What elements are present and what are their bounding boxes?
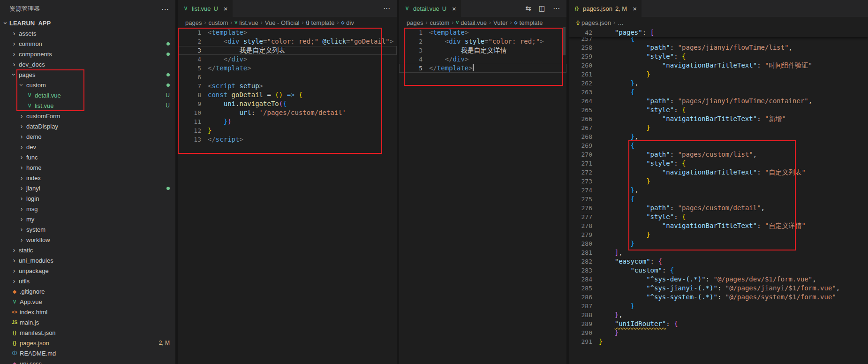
tree-folder-system[interactable]: ›system <box>0 224 175 235</box>
code-line-7[interactable]: 7<script setup> <box>178 82 397 91</box>
tree-folder-custom[interactable]: ›custom <box>0 80 175 90</box>
tree-folder-uni_modules[interactable]: ›uni_modules <box>0 255 175 265</box>
project-root-row[interactable]: › LEARUN_APP <box>0 18 175 28</box>
code-line-274[interactable]: 274 }, <box>569 186 868 195</box>
code-line-282[interactable]: 282 "easycom": { <box>569 257 868 266</box>
close-tab-icon[interactable]: × <box>633 5 637 12</box>
breadcrumb-item[interactable]: template <box>520 19 543 26</box>
tree-file-App.vue[interactable]: VApp.vue <box>0 296 175 307</box>
tree-folder-index[interactable]: ›index <box>0 173 175 183</box>
tree-file-README.md[interactable]: ⓘREADME.md <box>0 348 175 358</box>
tree-file-manifest.json[interactable]: {}manifest.json <box>0 327 175 338</box>
code-line-291[interactable]: 291} <box>569 337 868 346</box>
code-line-269[interactable]: 269 { <box>569 141 868 150</box>
tree-folder-workflow[interactable]: ›workflow <box>0 235 175 245</box>
tree-folder-func[interactable]: ›func <box>0 152 175 162</box>
tree-folder-dev[interactable]: ›dev <box>0 142 175 152</box>
tree-folder-my[interactable]: ›my <box>0 214 175 224</box>
code-line-264[interactable]: 264 "path": "pages/jianyi/flowTime/conta… <box>569 97 868 106</box>
tab-detail.vue[interactable]: Vdetail.vueU× <box>399 0 461 17</box>
code-line-260[interactable]: 260 "navigationBarTitleText": "时间组件验证" <box>569 61 868 70</box>
more-actions-icon[interactable]: ⋯ <box>161 5 169 14</box>
tree-folder-pages[interactable]: ›pages <box>0 69 175 80</box>
tab-list.vue[interactable]: Vlist.vueU× <box>178 0 233 17</box>
tree-file-list.vue[interactable]: Vlist.vueU <box>0 100 175 111</box>
changes-icon[interactable]: ⇆ <box>525 4 531 13</box>
code-line-261[interactable]: 261 } <box>569 70 868 79</box>
code-line-278[interactable]: 278 "navigationBarTitleText": "自定义详情" <box>569 221 868 230</box>
code-line-275[interactable]: 275 { <box>569 195 868 204</box>
tree-file-main.js[interactable]: JSmain.js <box>0 317 175 327</box>
code-line-279[interactable]: 279 } <box>569 230 868 239</box>
tree-folder-jianyi[interactable]: ›jianyi <box>0 183 175 193</box>
more-icon[interactable]: ⋯ <box>553 4 560 13</box>
breadcrumb-item[interactable]: div <box>346 19 354 26</box>
tree-file-detail.vue[interactable]: Vdetail.vueU <box>0 90 175 100</box>
tree-folder-common[interactable]: ›common <box>0 38 175 49</box>
tree-folder-msg[interactable]: ›msg <box>0 204 175 214</box>
scrollbar-thumb[interactable] <box>563 27 566 55</box>
tree-folder-customForm[interactable]: ›customForm <box>0 111 175 121</box>
code-line-3[interactable]: 3 我是自定义列表 <box>178 46 397 55</box>
code-line-281[interactable]: 281 ], <box>569 248 868 257</box>
code-line-6[interactable]: 6 <box>178 73 397 82</box>
tree-folder-components[interactable]: ›components <box>0 49 175 59</box>
tree-folder-unpackage[interactable]: ›unpackage <box>0 265 175 276</box>
breadcrumb-item[interactable]: list.vue <box>239 19 258 26</box>
code-line-263[interactable]: 263 { <box>569 88 868 97</box>
code-line-262[interactable]: 262 }, <box>569 79 868 88</box>
tree-folder-login[interactable]: ›login <box>0 193 175 204</box>
breadcrumb-item[interactable]: Vuter <box>493 19 508 26</box>
close-tab-icon[interactable]: × <box>452 5 456 12</box>
code-line-286[interactable]: 286 "^sys-system-(.*)": "@/pages/system/… <box>569 293 868 302</box>
code-line-3[interactable]: 3 我是自定义详情 <box>399 46 566 55</box>
sticky-scroll-line-42[interactable]: 42 "pages": [ <box>569 28 868 37</box>
code-line-8[interactable]: 8const goDetail = () => { <box>178 91 397 99</box>
code-line-10[interactable]: 10 url: '/pages/custom/detail' <box>178 108 397 117</box>
more-icon[interactable]: ⋯ <box>383 4 390 13</box>
code-line-280[interactable]: 280 } <box>569 239 868 248</box>
code-line-284[interactable]: 284 "^sys-dev-(.*)": "@/pages/dev/$1/for… <box>569 275 868 284</box>
code-line-258[interactable]: 258 "path": "pages/jianyi/flowTime/list"… <box>569 43 868 52</box>
tab-pages.json[interactable]: {}pages.json2, M× <box>569 0 642 17</box>
code-editor[interactable]: 1<template>2 <div style="color: red;">3 … <box>399 28 566 364</box>
code-line-1[interactable]: 1<template> <box>399 28 566 37</box>
code-line-266[interactable]: 266 "navigationBarTitleText": "新增" <box>569 114 868 123</box>
tree-file-uni.scss[interactable]: ◈uni.scss <box>0 358 175 364</box>
tree-folder-dataDisplay[interactable]: ›dataDisplay <box>0 121 175 131</box>
tree-file-index.html[interactable]: <>index.html <box>0 307 175 317</box>
tree-folder-dev_docs[interactable]: ›dev_docs <box>0 59 175 69</box>
tree-folder-demo[interactable]: ›demo <box>0 131 175 142</box>
code-line-285[interactable]: 285 "^sys-jianyi-(.*)": "@/pages/jianyi/… <box>569 284 868 293</box>
close-tab-icon[interactable]: × <box>224 5 228 12</box>
breadcrumb-item[interactable]: custom <box>208 19 228 26</box>
breadcrumb-item[interactable]: pages.json <box>581 19 611 26</box>
code-line-267[interactable]: 267 } <box>569 123 868 132</box>
split-icon[interactable]: ◫ <box>539 4 545 13</box>
tree-folder-static[interactable]: ›static <box>0 245 175 255</box>
code-line-283[interactable]: 283 "custom": { <box>569 266 868 275</box>
tree-folder-utils[interactable]: ›utils <box>0 276 175 286</box>
code-line-290[interactable]: 290 } <box>569 328 868 337</box>
code-line-11[interactable]: 11 }) <box>178 117 397 126</box>
breadcrumb-item[interactable]: pages <box>407 19 423 26</box>
code-line-2[interactable]: 2 <div style="color: red;" @click="goDet… <box>178 37 397 46</box>
tree-folder-home[interactable]: ›home <box>0 162 175 173</box>
code-line-5[interactable]: 5</template> <box>178 64 397 73</box>
breadcrumb-item[interactable]: … <box>618 19 624 26</box>
code-line-270[interactable]: 270 "path": "pages/custom/list", <box>569 150 868 159</box>
tree-folder-assets[interactable]: ›assets <box>0 28 175 38</box>
code-editor[interactable]: 42 "pages": [257 {258 "path": "pages/jia… <box>569 28 868 364</box>
code-line-265[interactable]: 265 "style": { <box>569 106 868 114</box>
code-line-4[interactable]: 4 </div> <box>399 55 566 64</box>
code-line-268[interactable]: 268 }, <box>569 132 868 141</box>
code-line-276[interactable]: 276 "path": "pages/custom/detail", <box>569 204 868 212</box>
code-line-272[interactable]: 272 "navigationBarTitleText": "自定义列表" <box>569 168 868 177</box>
code-line-5[interactable]: 5</template> <box>399 64 566 73</box>
breadcrumb-item[interactable]: Vue - Official <box>265 19 300 26</box>
code-line-277[interactable]: 277 "style": { <box>569 212 868 221</box>
code-line-2[interactable]: 2 <div style="color: red;"> <box>399 37 566 46</box>
code-editor[interactable]: 1<template>2 <div style="color: red;" @c… <box>178 28 397 364</box>
code-line-12[interactable]: 12} <box>178 126 397 135</box>
breadcrumb-item[interactable]: custom <box>430 19 449 26</box>
